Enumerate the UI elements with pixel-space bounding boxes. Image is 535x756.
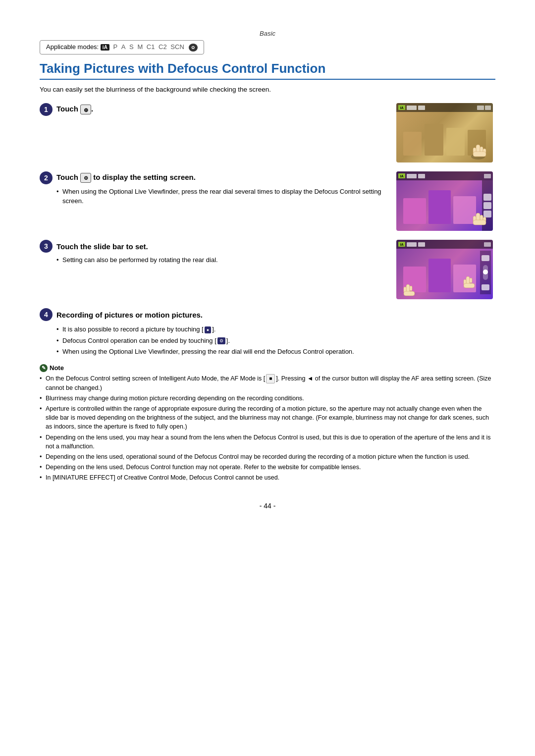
step-1-header: 1 Touch ⊕. (40, 103, 388, 116)
touch-icon-step1: ⊕ (80, 105, 91, 114)
svg-rect-17 (470, 278, 472, 283)
note-item-3: Aperture is controlled within the range … (40, 404, 495, 431)
note-icon: ✎ (40, 364, 48, 372)
cam2-iA-badge: iA (398, 173, 405, 178)
obj2 (425, 124, 443, 156)
obj1 (403, 132, 422, 156)
step-3-bullet-1: Setting can also be performed by rotatin… (56, 256, 388, 265)
category-label: Basic (40, 30, 495, 37)
step-4-header: 4 Recording of pictures or motion pictur… (40, 308, 495, 321)
step-3-screenshot: iA (396, 240, 493, 299)
touch-gesture-3a (401, 280, 419, 298)
step-3-bullets: Setting can also be performed by rotatin… (56, 256, 388, 265)
step-2-bullets: When using the Optional Live Viewfinder,… (56, 187, 388, 205)
slide-thumb (483, 270, 488, 274)
cam3-obj2 (428, 259, 451, 292)
cam3-bar1 (407, 242, 417, 247)
cam3-right-panel (480, 251, 491, 294)
intro-text: You can easily set the blurriness of the… (40, 86, 495, 93)
step-3-title: Touch the slide bar to set. (56, 242, 148, 251)
cam2-obj2 (428, 190, 451, 224)
record-icon-inline: ● (205, 326, 211, 334)
step-4-bullet-2: Defocus Control operation can be ended b… (56, 336, 495, 345)
svg-rect-5 (473, 152, 486, 157)
c2-mode: C2 (159, 43, 167, 51)
p-mode: P (113, 43, 117, 51)
cam3-icon2 (482, 284, 489, 290)
c1-mode: C1 (147, 43, 155, 51)
step-4-bullet-1: It is also possible to record a picture … (56, 325, 495, 334)
step-2-section: 2 Touch ⚙ to display the setting screen.… (40, 171, 495, 231)
cam2-top-bar: iA (396, 171, 493, 180)
cam3-iA-badge: iA (398, 242, 405, 247)
cam1-top-bar: iA (396, 103, 493, 112)
note-item-5: Depending on the lens used, operational … (40, 452, 495, 461)
slide-track (483, 265, 488, 280)
note-label: Note (50, 364, 64, 372)
svg-rect-10 (473, 220, 486, 225)
defocus-end-icon: ⚙ (217, 337, 225, 345)
step-3-left: 3 Touch the slide bar to set. Setting ca… (40, 240, 388, 266)
step-2-badge: 2 (40, 171, 53, 184)
step-4-title: Recording of pictures or motion pictures… (56, 311, 203, 319)
touch-gesture-1 (469, 139, 491, 161)
step-2-bullet-1: When using the Optional Live Viewfinder,… (56, 187, 388, 205)
cam3-bar2 (418, 242, 425, 247)
step-4-section: 4 Recording of pictures or motion pictur… (40, 308, 495, 356)
svg-rect-14 (404, 291, 415, 296)
note-bullets: On the Defocus Control setting screen of… (40, 374, 495, 482)
cam3-top-bar: iA (396, 240, 493, 249)
bar1 (407, 106, 417, 110)
a-mode: A (121, 43, 126, 51)
settings-icon-inline: ⚙ (80, 173, 91, 183)
page-container: Basic Applicable modes: iA P A S M C1 C2… (0, 0, 535, 756)
note-section: ✎ Note On the Defocus Control setting sc… (40, 364, 495, 482)
cam2-objects (401, 182, 478, 226)
cam3-battery (484, 242, 491, 247)
step-4-badge: 4 (40, 308, 53, 321)
step-1-image: iA (396, 103, 495, 162)
step-2-left: 2 Touch ⚙ to display the setting screen.… (40, 171, 388, 207)
step-4-bullets: It is also possible to record a picture … (56, 325, 495, 356)
page-number: - 44 - (40, 502, 495, 510)
step-4-bullet-3: When using the Optional Live Viewfinder,… (56, 347, 495, 356)
bar2 (418, 106, 425, 110)
applicable-modes-box: Applicable modes: iA P A S M C1 C2 SCN ✿ (40, 40, 204, 54)
note-item-6: Depending on the lens used, Defocus Cont… (40, 463, 495, 472)
cam2-battery (484, 174, 491, 178)
note-item-2: Blurriness may change during motion pict… (40, 394, 495, 403)
signal-icon (485, 106, 491, 110)
step-1-section: 1 Touch ⊕. iA (40, 103, 495, 162)
creative-mode-icon: ✿ (189, 44, 198, 52)
cam3-icon1 (482, 255, 489, 261)
step-3-image: iA (396, 240, 495, 299)
cam2-top-right (484, 174, 491, 178)
step-1-badge: 1 (40, 103, 53, 116)
step-2-screenshot: iA (396, 171, 493, 231)
cam2-icon1 (483, 194, 491, 201)
af-mode-icon: ■ (266, 374, 275, 383)
top-bar-right (477, 106, 491, 110)
note-header: ✎ Note (40, 364, 495, 372)
cam2-bar1 (407, 174, 417, 178)
svg-rect-18 (464, 283, 475, 288)
applicable-label: Applicable modes: (46, 43, 99, 51)
iA-mode-icon: iA (101, 44, 109, 51)
step-2-image: iA (396, 171, 495, 231)
scn-mode: SCN (170, 43, 184, 51)
step-1-screenshot: iA (396, 103, 493, 162)
step-3-badge: 3 (40, 240, 53, 253)
note-item-4: Depending on the lens used, you may hear… (40, 433, 495, 451)
svg-rect-13 (410, 286, 412, 291)
cam2-obj1 (403, 198, 426, 224)
step-2-header: 2 Touch ⚙ to display the setting screen. (40, 171, 388, 184)
page-title: Taking Pictures with Defocus Control Fun… (40, 60, 495, 80)
m-mode: M (137, 43, 143, 51)
step-3-section: 3 Touch the slide bar to set. Setting ca… (40, 240, 495, 299)
applicable-modes-row: Applicable modes: iA P A S M C1 C2 SCN ✿ (40, 40, 495, 58)
note-item-1: On the Defocus Control setting screen of… (40, 374, 495, 392)
s-mode: S (129, 43, 134, 51)
iA-badge: iA (398, 105, 405, 110)
cam2-bar2 (418, 174, 425, 178)
note-item-7: In [MINIATURE EFFECT] of Creative Contro… (40, 473, 495, 482)
